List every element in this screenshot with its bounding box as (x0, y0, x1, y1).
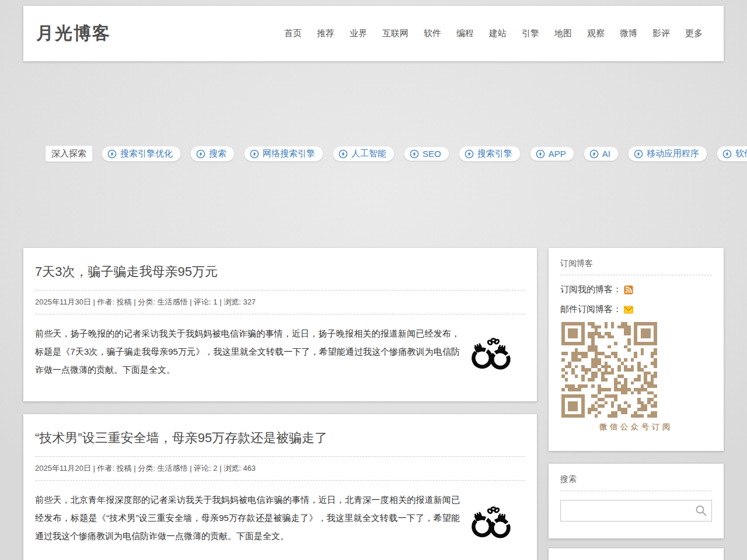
divider (35, 314, 525, 314)
tag-pill-sousuo[interactable]: 搜索 (190, 146, 235, 162)
bolt-circle-icon (465, 149, 474, 159)
handcuffs-image[interactable] (469, 503, 512, 540)
bolt-circle-icon (722, 149, 732, 159)
article-card: “技术男”设三重安全墙，母亲95万存款还是被骗走了 2025年11月20日 | … (23, 414, 537, 560)
rss-subscribe-label: 订阅我的博客： (560, 284, 622, 295)
bolt-circle-icon (634, 149, 643, 159)
article-title[interactable]: “技术男”设三重安全墙，母亲95万存款还是被骗走了 (35, 429, 525, 447)
site-header: 月光博客 首页 推荐 业界 互联网 软件 编程 建站 引擎 地图 观察 微博 影… (23, 6, 724, 61)
email-subscribe-row: 邮件订阅博客： (560, 304, 712, 315)
page: 月光博客 首页 推荐 业界 互联网 软件 编程 建站 引擎 地图 观察 微博 影… (0, 0, 747, 560)
nav-item-internet[interactable]: 互联网 (382, 28, 409, 39)
nav-item-recommend[interactable]: 推荐 (317, 28, 334, 39)
tag-pill-label: 网络搜索引擎 (263, 148, 315, 159)
rss-icon[interactable] (624, 285, 633, 295)
article-excerpt: 前些天，扬子晚报的的记者采访我关于我妈妈被电信诈骗的事情，近日，扬子晚报相关的报… (35, 324, 525, 379)
tag-pill-label: 人工智能 (351, 148, 386, 159)
tag-pill-label: 搜索 (209, 148, 226, 159)
nav-item-programming[interactable]: 编程 (456, 28, 474, 39)
bolt-circle-icon (589, 149, 599, 159)
tag-pill-sousuo-yinqing[interactable]: 搜索引擎 (459, 146, 521, 162)
bolt-circle-icon (107, 149, 117, 159)
search-input[interactable] (560, 500, 712, 522)
article-meta: 2025年11月30日 | 作者: 投稿 | 分类: 生活感悟 | 评论: 1 … (35, 297, 525, 307)
article-meta: 2025年11月20日 | 作者: 投稿 | 分类: 生活感悟 | 评论: 2 … (35, 463, 525, 474)
nav-item-home[interactable]: 首页 (284, 28, 302, 39)
handcuffs-image[interactable] (469, 334, 512, 372)
email-icon[interactable] (624, 306, 633, 314)
tag-bar-label: 深入探索 (46, 146, 92, 162)
tag-bar: 深入探索 搜索引擎优化 搜索 网络搜索引擎 人工智能 SEO 搜索引擎 APP … (46, 146, 711, 162)
nav-item-map[interactable]: 地图 (554, 28, 572, 39)
tag-pill-label: APP (549, 149, 566, 159)
bolt-circle-icon (536, 149, 545, 159)
tag-pill-seo[interactable]: SEO (404, 146, 449, 161)
article-excerpt: 前些天，北京青年报深度部的记者采访我关于我妈妈被电信诈骗的事情，近日，北青深一度… (35, 491, 525, 545)
search-icon[interactable] (695, 505, 707, 517)
divider (35, 456, 525, 457)
divider (35, 290, 525, 290)
nav-item-engine[interactable]: 引擎 (522, 28, 539, 39)
sidebar-widget-partial (549, 548, 724, 560)
bolt-circle-icon (250, 149, 259, 159)
wechat-qr-code (561, 322, 657, 418)
tag-pill-wangluo-sousuo[interactable]: 网络搜索引擎 (244, 146, 323, 162)
nav-item-industry[interactable]: 业界 (350, 28, 367, 39)
search-box (560, 500, 712, 522)
nav-item-weibo[interactable]: 微博 (620, 28, 637, 39)
tag-pill-seo-youhua[interactable]: 搜索引擎优化 (102, 146, 181, 162)
tag-pill-ai[interactable]: AI (584, 146, 619, 161)
tag-pill-label: 搜索引擎优化 (120, 148, 173, 159)
search-heading: 搜索 (560, 474, 712, 491)
nav-item-more[interactable]: 更多 (685, 28, 703, 39)
tag-pill-label: AI (602, 149, 610, 159)
tag-pill-label: 搜索引擎 (477, 148, 512, 159)
bolt-circle-icon (410, 149, 419, 159)
tag-pill-ruanjian[interactable]: 软件 (717, 146, 747, 162)
email-subscribe-label: 邮件订阅博客： (560, 304, 622, 315)
bolt-circle-icon (196, 149, 205, 159)
tag-pill-mobile-app[interactable]: 移动应用程序 (628, 146, 707, 162)
main-nav: 首页 推荐 业界 互联网 软件 编程 建站 引擎 地图 观察 微博 影评 更多 (284, 28, 703, 39)
nav-item-review[interactable]: 影评 (652, 28, 670, 39)
bolt-circle-icon (338, 149, 348, 159)
site-logo[interactable]: 月光博客 (36, 22, 111, 46)
rss-subscribe-row: 订阅我的博客： (560, 284, 712, 295)
search-widget: 搜索 (549, 464, 724, 538)
tag-pill-label: 软件 (735, 148, 747, 159)
nav-item-software[interactable]: 软件 (424, 28, 441, 39)
nav-item-sitebuilding[interactable]: 建站 (489, 28, 507, 39)
divider (35, 480, 525, 481)
subscribe-widget: 订阅博客 订阅我的博客： 邮件订阅博客： 微信公众号订阅 (549, 248, 724, 451)
subscribe-heading: 订阅博客 (560, 258, 712, 275)
tag-pill-app[interactable]: APP (530, 146, 574, 161)
article-card: 7天3次，骗子骗走我母亲95万元 2025年11月30日 | 作者: 投稿 | … (23, 248, 537, 401)
tag-pill-label: 移动应用程序 (647, 148, 699, 159)
article-title[interactable]: 7天3次，骗子骗走我母亲95万元 (35, 263, 525, 281)
nav-item-observe[interactable]: 观察 (587, 28, 605, 39)
tag-pill-label: SEO (423, 149, 441, 159)
qr-caption: 微信公众号订阅 (560, 422, 712, 432)
tag-pill-ai-zhineng[interactable]: 人工智能 (333, 146, 395, 162)
